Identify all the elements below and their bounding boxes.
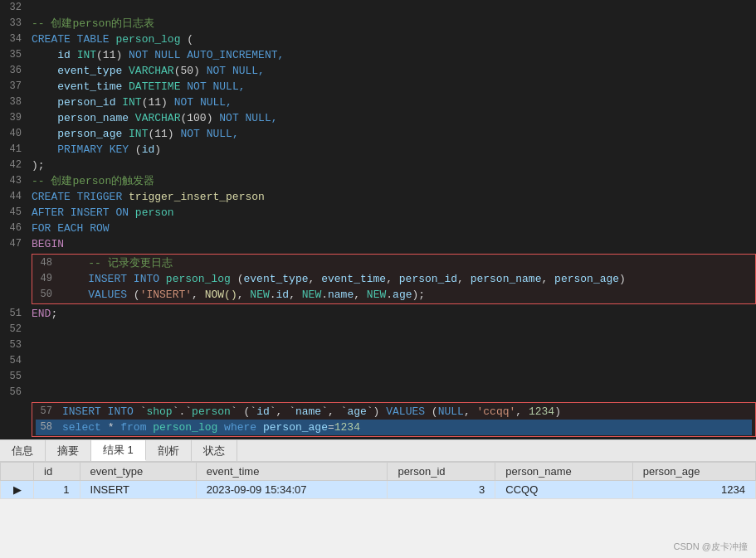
table-header-row: id event_type event_time person_id perso…: [1, 463, 756, 481]
cell-person-age: 1234: [632, 481, 755, 499]
cell-person-id: 3: [388, 481, 495, 499]
code-line-53: 53: [0, 337, 756, 353]
th-person-age: person_age: [632, 463, 755, 481]
code-line-32: 32: [0, 0, 756, 16]
code-line-34: 34 CREATE TABLE person_log (: [0, 32, 756, 47]
tab-bar: 信息 摘要 结果 1 剖析 状态: [0, 440, 756, 462]
tab-summary[interactable]: 摘要: [46, 440, 91, 461]
code-line-38: 38 person_id INT(11) NOT NULL,: [0, 95, 756, 110]
code-line-48: 48 -- 记录变更日志: [36, 255, 752, 271]
th-event-time: event_time: [196, 463, 388, 481]
code-line-54: 54: [0, 353, 756, 369]
code-line-57: 57 INSERT INTO `shop`.`person` (`id`, `n…: [36, 404, 752, 420]
code-line-52: 52: [0, 322, 756, 337]
highlighted-trigger-block: 48 -- 记录变更日志 49 INSERT INTO person_log (…: [32, 254, 756, 304]
code-line-37: 37 event_time DATETIME NOT NULL,: [0, 79, 756, 95]
row-arrow-cell: ▶: [1, 481, 34, 499]
tab-info[interactable]: 信息: [0, 440, 46, 461]
code-line-36: 36 event_type VARCHAR(50) NOT NULL,: [0, 63, 756, 79]
th-id-val: id: [34, 463, 80, 481]
th-event-type: event_type: [80, 463, 196, 481]
bottom-panel: 信息 摘要 结果 1 剖析 状态 id event_type event_tim…: [0, 439, 756, 558]
th-person-id: person_id: [388, 463, 495, 481]
code-line-39: 39 person_name VARCHAR(100) NOT NULL,: [0, 110, 756, 126]
result-area: id event_type event_time person_id perso…: [0, 462, 756, 558]
code-line-41: 41 PRIMARY KEY (id): [0, 142, 756, 158]
code-line-43: 43 -- 创建person的触发器: [0, 173, 756, 189]
watermark: CSDN @皮卡冲撞: [674, 541, 748, 553]
code-line-58: 58 select * from person_log where person…: [36, 420, 752, 435]
highlighted-insert-block: 57 INSERT INTO `shop`.`person` (`id`, `n…: [32, 402, 756, 437]
cell-id: 1: [34, 481, 80, 499]
code-line-44: 44 CREATE TRIGGER trigger_insert_person: [0, 189, 756, 205]
tab-result1[interactable]: 结果 1: [91, 440, 146, 461]
code-line-55: 55: [0, 369, 756, 385]
code-line-47: 47 BEGIN: [0, 236, 756, 252]
tab-status[interactable]: 状态: [192, 440, 237, 461]
code-line-59: 59: [0, 439, 756, 439]
code-line-33: 33 -- 创建person的日志表: [0, 16, 756, 32]
code-line-35: 35 id INT(11) NOT NULL AUTO_INCREMENT,: [0, 47, 756, 63]
result-table: id event_type event_time person_id perso…: [0, 462, 756, 499]
code-line-49: 49 INSERT INTO person_log (event_type, e…: [36, 271, 752, 287]
code-line-46: 46 FOR EACH ROW: [0, 221, 756, 236]
th-id: [1, 463, 34, 481]
cell-person-name: CCQQ: [495, 481, 632, 499]
code-line-40: 40 person_age INT(11) NOT NULL,: [0, 126, 756, 142]
code-line-42: 42 );: [0, 158, 756, 173]
code-line-50: 50 VALUES ('INSERT', NOW(), NEW.id, NEW.…: [36, 287, 752, 303]
code-line-51: 51 END;: [0, 306, 756, 322]
code-line-56: 56: [0, 385, 756, 400]
cell-event-type: INSERT: [80, 481, 196, 499]
code-line-45: 45 AFTER INSERT ON person: [0, 205, 756, 221]
code-editor: 32 33 -- 创建person的日志表 34 CREATE TABLE pe…: [0, 0, 756, 439]
th-person-name: person_name: [495, 463, 632, 481]
tab-profile[interactable]: 剖析: [146, 440, 192, 461]
table-row[interactable]: ▶ 1 INSERT 2023-09-09 15:34:07 3 CCQQ 12…: [1, 481, 756, 499]
cell-event-time: 2023-09-09 15:34:07: [196, 481, 388, 499]
